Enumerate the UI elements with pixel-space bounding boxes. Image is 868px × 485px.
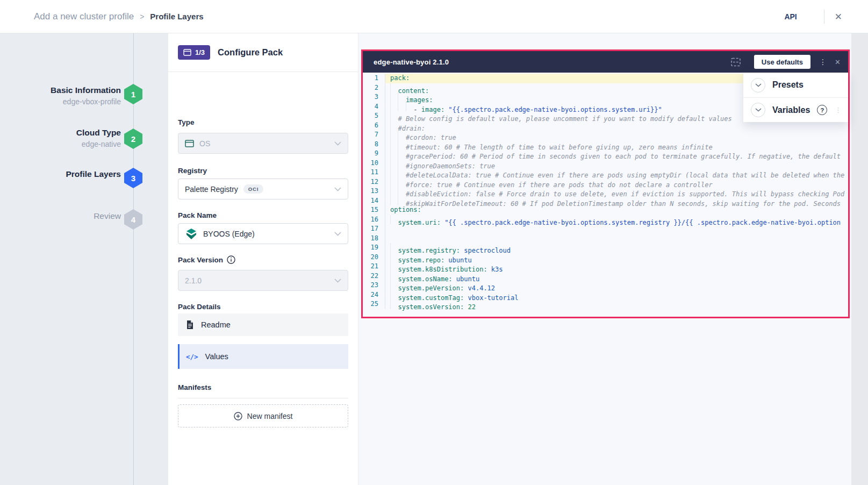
- code-line[interactable]: 23system.peVersion: v4.4.12: [363, 281, 848, 290]
- topbar-divider: [824, 10, 824, 24]
- code-line-content: [385, 224, 848, 234]
- indent-guide: [390, 121, 398, 131]
- step-hexagon-4[interactable]: 4: [124, 209, 142, 230]
- step-label[interactable]: Profile Layers: [0, 168, 121, 180]
- line-number: 12: [363, 177, 385, 187]
- code-line-content: options:: [385, 205, 848, 215]
- code-line-content: #gracePeriod: 60 # Period of time in sec…: [385, 149, 848, 159]
- pack-version-label-text: Pack Version: [178, 256, 223, 264]
- page-right-gutter: [851, 33, 868, 485]
- code-line[interactable]: 22system.osName: ubuntu: [363, 272, 848, 281]
- code-line-content: #deleteLocalData: true # Continue even i…: [385, 168, 848, 177]
- step-hexagon-3[interactable]: 3: [124, 168, 142, 188]
- line-number: 22: [363, 272, 385, 281]
- panel-row-variables[interactable]: Variables?⋮: [743, 97, 848, 122]
- use-defaults-button[interactable]: Use defaults: [754, 55, 810, 69]
- line-number: 8: [363, 140, 385, 149]
- line-number: 20: [363, 253, 385, 262]
- presets-variables-panel: PresetsVariables?⋮: [743, 73, 848, 122]
- code-line[interactable]: 18: [363, 234, 848, 244]
- chevron-down-icon: [334, 232, 341, 236]
- kebab-menu-icon[interactable]: ⋮: [835, 106, 842, 113]
- step-label[interactable]: Review: [0, 210, 121, 222]
- pack-details-tab-label: Values: [205, 352, 228, 361]
- code-line[interactable]: 16system.uri: "{{ .spectro.pack.edge-nat…: [363, 215, 848, 225]
- code-line[interactable]: 8#timeout: 60 # The length of time to wa…: [363, 140, 848, 149]
- line-number: 24: [363, 290, 385, 300]
- panel-row-label: Presets: [772, 80, 804, 90]
- code-line[interactable]: 24system.customTag: vbox-tutorial: [363, 290, 848, 300]
- help-icon[interactable]: ?: [817, 105, 827, 115]
- step-label[interactable]: Cloud Typeedge-native: [0, 127, 121, 150]
- breadcrumb-separator: >: [140, 12, 144, 21]
- code-line[interactable]: 21system.k8sDistribution: k3s: [363, 262, 848, 272]
- code-line[interactable]: 14#skipWaitForDeleteTimeout: 60 # If pod…: [363, 196, 848, 206]
- editor-close-icon[interactable]: ✕: [835, 59, 841, 66]
- code-line-content: system.repo: ubuntu: [385, 253, 848, 262]
- code-line[interactable]: 6#drain:: [363, 121, 848, 131]
- configure-pack-header: 1/3 Configure Pack: [168, 33, 358, 72]
- indent-guide: [390, 168, 398, 177]
- code-line[interactable]: 9#gracePeriod: 60 # Period of time in se…: [363, 149, 848, 159]
- code-line[interactable]: 13#disableEviction: false # Force drain …: [363, 187, 848, 196]
- step-subtitle: edge-vbox-profile: [0, 96, 121, 108]
- step-label[interactable]: Basic Informationedge-vbox-profile: [0, 84, 121, 108]
- editor-kebab-menu-icon[interactable]: ⋮: [819, 58, 827, 66]
- oci-badge: OCI: [243, 184, 263, 194]
- line-number: 15: [363, 205, 385, 215]
- code-line-content: system.k8sDistribution: k3s: [385, 262, 848, 272]
- configure-pack-panel: 1/3 Configure Pack Type OS Registry Pale…: [168, 33, 358, 485]
- indent-guide: [398, 168, 405, 177]
- indent-guide: [398, 149, 405, 159]
- code-line[interactable]: 12#force: true # Continue even if there …: [363, 177, 848, 187]
- code-line[interactable]: 19system.registry: spectrocloud: [363, 243, 848, 253]
- wizard-stepper: 1Basic Informationedge-vbox-profile2Clou…: [0, 33, 168, 485]
- pack-version-value: 2.1.0: [185, 276, 202, 285]
- type-value: OS: [199, 139, 210, 148]
- top-bar: Add a new cluster profile > Profile Laye…: [0, 0, 868, 33]
- panel-row-presets[interactable]: Presets: [743, 73, 848, 97]
- manifests-divider: [178, 398, 348, 398]
- pack-details-tab-values[interactable]: </>Values: [178, 344, 348, 369]
- indent-guide: [398, 187, 405, 196]
- chevron-down-circle-icon[interactable]: [751, 78, 765, 92]
- code-line-content: #timeout: 60 # The length of time to wai…: [385, 140, 848, 149]
- code-line[interactable]: 25system.osVersion: 22: [363, 299, 848, 309]
- code-line[interactable]: 11#deleteLocalData: true # Continue even…: [363, 168, 848, 177]
- step-title: Cloud Type: [0, 127, 121, 139]
- line-number: 17: [363, 224, 385, 234]
- byoos-pack-icon: [185, 227, 198, 240]
- pack-details-tab-readme[interactable]: Readme: [178, 313, 348, 336]
- line-number: 10: [363, 159, 385, 168]
- indent-guide: [390, 187, 398, 196]
- step-hexagon-1[interactable]: 1: [124, 84, 142, 104]
- step-hexagon-2[interactable]: 2: [124, 129, 142, 149]
- line-number: 23: [363, 281, 385, 290]
- line-number: 6: [363, 121, 385, 131]
- code-line-content: #ignoreDaemonSets: true: [385, 159, 848, 168]
- new-manifest-button[interactable]: New manifest: [178, 404, 348, 427]
- api-link[interactable]: API: [784, 12, 797, 21]
- registry-select[interactable]: Palette Registry OCI: [178, 179, 348, 199]
- chevron-down-circle-icon[interactable]: [751, 103, 765, 117]
- step-progress-badge: 1/3: [178, 45, 210, 60]
- code-line[interactable]: 15options:: [363, 205, 848, 215]
- code-line[interactable]: 17: [363, 224, 848, 234]
- split-view-icon[interactable]: [730, 58, 741, 67]
- indent-guide: [390, 111, 398, 121]
- code-line[interactable]: 10#ignoreDaemonSets: true: [363, 159, 848, 168]
- code-line-content: #force: true # Continue even if there ar…: [385, 177, 848, 187]
- code-line[interactable]: 7#cordon: true: [363, 130, 848, 140]
- pack-details-label: Pack Details: [178, 303, 221, 311]
- indent-guide: [398, 92, 405, 102]
- breadcrumb: Add a new cluster profile > Profile Laye…: [34, 11, 204, 22]
- pack-version-label: Pack Version: [178, 255, 235, 264]
- close-icon[interactable]: ✕: [835, 12, 842, 22]
- breadcrumb-parent[interactable]: Add a new cluster profile: [34, 11, 134, 22]
- code-line[interactable]: 20system.repo: ubuntu: [363, 253, 848, 262]
- pack-name-select[interactable]: BYOOS (Edge): [178, 223, 348, 244]
- type-label: Type: [178, 118, 195, 126]
- info-icon[interactable]: [227, 255, 235, 264]
- line-number: 4: [363, 102, 385, 112]
- indent-guide: [390, 140, 398, 149]
